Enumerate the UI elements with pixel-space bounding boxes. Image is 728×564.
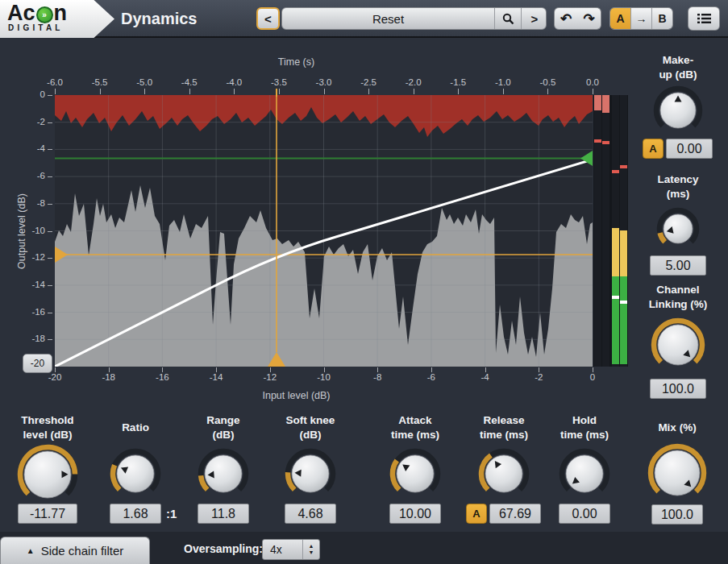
preset-menu-button[interactable] xyxy=(688,6,720,31)
input-tick-label: -14 xyxy=(200,372,232,382)
undo-icon: ↶ xyxy=(560,10,572,27)
output-tick-label: -8 xyxy=(19,198,45,208)
output-tick-label: -12 xyxy=(19,252,45,262)
input-tick-label: -18 xyxy=(93,372,125,382)
input-tick-label: -8 xyxy=(361,372,393,382)
undo-button[interactable]: ↶ xyxy=(554,7,578,30)
attack-value[interactable]: 10.00 xyxy=(389,504,441,524)
side-chain-filter-button[interactable]: ▲ Side chain filter xyxy=(0,537,150,564)
time-tick-label: -4.5 xyxy=(173,77,206,87)
channel-linking-value[interactable]: 100.0 xyxy=(650,379,706,399)
time-tick-mark xyxy=(547,89,548,94)
output-min-badge[interactable]: -20 xyxy=(23,354,52,373)
ratio-knob[interactable] xyxy=(110,448,161,500)
time-tick-label: -3.0 xyxy=(308,77,340,87)
hold-knob[interactable] xyxy=(559,448,610,500)
meter-bar-2 xyxy=(612,95,619,367)
attack-label: Attack time (ms) xyxy=(365,413,465,442)
threshold-knob[interactable] xyxy=(17,444,78,505)
input-tick-mark xyxy=(109,367,110,372)
ratio-label: Ratio xyxy=(85,421,185,435)
output-tick-mark xyxy=(48,149,52,150)
output-tick-label: -18 xyxy=(19,334,45,343)
ratio-value[interactable]: 1.68 xyxy=(110,504,161,524)
input-tick-mark xyxy=(162,367,163,372)
time-tick-label: -2.5 xyxy=(352,77,385,87)
threshold-value[interactable]: -11.77 xyxy=(18,504,77,524)
latency-knob[interactable] xyxy=(656,207,700,251)
makeup-value[interactable]: 0.00 xyxy=(666,139,713,159)
input-tick-label: -4 xyxy=(469,372,501,382)
time-tick-mark xyxy=(324,89,325,94)
oversampling-select[interactable]: 4x ▲ ▼ xyxy=(262,539,320,560)
output-tick-label: -16 xyxy=(19,307,45,317)
brand-n: n xyxy=(54,1,68,26)
hold-value[interactable]: 0.00 xyxy=(559,504,610,524)
brand-subtitle: DIGITAL xyxy=(8,23,64,32)
search-icon xyxy=(502,13,514,25)
input-tick-mark xyxy=(216,367,217,372)
attack-knob[interactable] xyxy=(389,448,441,500)
time-tick-label: -2.0 xyxy=(397,77,430,87)
meter-segment xyxy=(620,276,627,364)
meter-segment xyxy=(612,228,619,276)
oversampling-value: 4x xyxy=(263,543,302,556)
channel-linking-knob[interactable] xyxy=(651,317,705,372)
time-tick-mark xyxy=(55,89,56,94)
header-bar: Ac»n DIGITAL Dynamics < Reset > ↶ ↷ A → … xyxy=(0,0,728,38)
release-knob[interactable] xyxy=(478,448,530,500)
output-tick-label: -4 xyxy=(19,143,45,153)
time-tick-mark xyxy=(593,89,593,94)
meter-bar-0 xyxy=(594,95,601,367)
ab-select-a-button[interactable]: A xyxy=(610,8,630,29)
time-tick-label: -3.5 xyxy=(263,77,295,87)
soft-knee-knob[interactable] xyxy=(285,448,336,500)
input-tick-label: -16 xyxy=(146,372,178,382)
latency-value[interactable]: 5.00 xyxy=(650,255,706,276)
meter-segment xyxy=(594,95,601,110)
release-automation-button[interactable]: A xyxy=(466,504,487,524)
output-tick-mark xyxy=(48,258,52,259)
time-tick-label: -1.0 xyxy=(487,77,519,87)
range-value[interactable]: 11.8 xyxy=(198,504,249,524)
meter-segment xyxy=(620,230,627,276)
makeup-automation-button[interactable]: A xyxy=(643,139,664,159)
ab-compare-group: A → B xyxy=(609,7,673,30)
soft-knee-label: Soft knee (dB) xyxy=(260,413,360,442)
preset-search-button[interactable] xyxy=(494,8,521,29)
brand-play-icon: » xyxy=(36,6,53,23)
range-knob[interactable] xyxy=(198,448,249,500)
time-tick-mark xyxy=(234,89,235,94)
time-tick-label: -6.0 xyxy=(39,77,71,87)
output-tick-label: -6 xyxy=(19,171,45,180)
preset-next-button[interactable]: > xyxy=(521,8,547,29)
output-tick-mark xyxy=(48,231,52,232)
bottom-bar: ▲ Side chain filter Oversampling: 4x ▲ ▼ xyxy=(0,532,728,564)
time-tick-label: -4.0 xyxy=(218,77,250,87)
channel-linking-label: Channel Linking (%) xyxy=(628,283,728,311)
mix2-knob[interactable] xyxy=(647,443,707,503)
mix2-value[interactable]: 100.0 xyxy=(651,504,703,525)
threshold-vline-extension xyxy=(276,89,277,97)
brand-text: Ac»n xyxy=(7,1,67,26)
makeup-knob[interactable] xyxy=(653,85,703,135)
preset-previous-button[interactable]: < xyxy=(256,7,280,30)
output-tick-mark xyxy=(48,313,52,313)
acon-digital-logo: Ac»n DIGITAL xyxy=(0,0,114,38)
meter-segment xyxy=(612,170,619,173)
preset-name-field[interactable]: Reset xyxy=(282,8,494,29)
ab-select-b-button[interactable]: B xyxy=(651,8,672,29)
soft-knee-value[interactable]: 4.68 xyxy=(285,504,336,524)
time-tick-mark xyxy=(100,89,101,94)
redo-button[interactable]: ↷ xyxy=(577,7,601,30)
release-value[interactable]: 67.69 xyxy=(489,504,541,524)
side-chain-filter-label: Side chain filter xyxy=(41,544,124,558)
meter-bar-1 xyxy=(602,95,609,367)
input-tick-label: -12 xyxy=(254,372,286,382)
output-tick-label: 0 xyxy=(19,89,45,99)
time-tick-mark xyxy=(503,89,504,94)
dynamics-graph[interactable] xyxy=(55,95,593,367)
ab-copy-button[interactable]: → xyxy=(630,8,651,29)
output-tick-mark xyxy=(48,95,52,96)
output-tick-mark xyxy=(48,204,52,205)
